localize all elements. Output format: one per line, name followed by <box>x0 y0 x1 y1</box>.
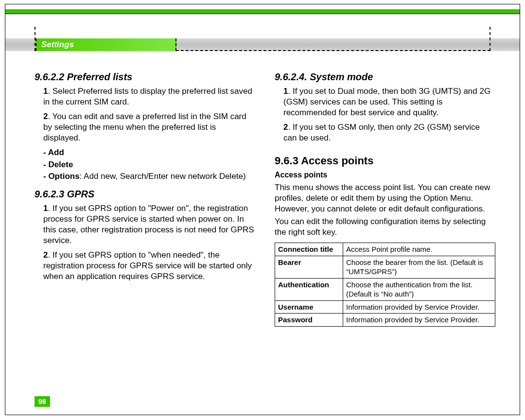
text: . Select Preferred lists to display the … <box>43 87 252 106</box>
preferred-lists-bullets: - Add - Delete - Options: Add new, Searc… <box>43 147 255 181</box>
header-tab-settings: Settings <box>35 38 176 51</box>
bullet-options: - Options: Add new, Search/Enter new net… <box>43 171 255 182</box>
table-row: Password Information provided by Service… <box>275 314 495 327</box>
heading-gprs: 9.6.2.3 GPRS <box>35 188 255 200</box>
access-points-para-1: This menu shows the access point list. Y… <box>275 182 495 214</box>
cfg-key: Bearer <box>275 256 343 278</box>
system-mode-item-1: 1. If you set to Dual mode, then both 3G… <box>283 86 495 118</box>
text: . If you set GPRS option to "when needed… <box>43 250 252 281</box>
access-points-para-2: You can edit the following configuration… <box>275 216 495 238</box>
preferred-lists-item-2: 2. You can edit and save a preferred lis… <box>43 111 255 143</box>
table-row: Username Information provided by Service… <box>275 300 495 314</box>
bullet-options-text: : Add new, Search/Enter new network Dele… <box>80 172 246 181</box>
table-row: Authentication Choose the authentication… <box>275 278 495 300</box>
manual-page: Settings 9.6.2.2 Preferred lists 1. Sele… <box>5 4 520 415</box>
cfg-key: Username <box>275 300 343 314</box>
text: . You can edit and save a preferred list… <box>43 112 246 142</box>
cfg-val: Choose the authentication from the list.… <box>343 278 495 300</box>
right-column: 9.6.2.4. System mode 1. If you set to Du… <box>275 65 495 327</box>
table-row: Connection title Access Point profile na… <box>275 243 495 256</box>
cfg-val: Access Point profile name. <box>343 243 495 256</box>
top-green-strip <box>5 9 520 14</box>
cfg-val: Information provided by Service Provider… <box>343 314 495 327</box>
page-header: Settings <box>5 4 520 54</box>
bullet-add: - Add <box>43 147 255 158</box>
cfg-val: Choose the bearer from the list. (Defaul… <box>343 256 495 278</box>
text: . If you set to Dual mode, then both 3G … <box>283 87 490 117</box>
gprs-item-2: 2. If you set GPRS option to "when neede… <box>43 250 255 282</box>
gprs-item-1: 1. If you set GPRS option to "Power on",… <box>43 203 255 246</box>
preferred-lists-item-1: 1. Select Preferred lists to display the… <box>43 86 255 107</box>
heading-system-mode: 9.6.2.4. System mode <box>275 70 495 83</box>
content-columns: 9.6.2.2 Preferred lists 1. Select Prefer… <box>5 54 520 327</box>
cfg-key: Authentication <box>275 278 343 300</box>
text: . If you set to GSM only, then only 2G (… <box>283 122 480 142</box>
subheading-access-points: Access points <box>275 170 495 180</box>
text: . If you set GPRS option to "Power on", … <box>43 204 254 245</box>
page-number-badge: 98 <box>35 396 50 407</box>
bullet-delete: - Delete <box>43 159 255 170</box>
heading-access-points: 9.6.3 Access points <box>275 154 495 168</box>
config-table: Connection title Access Point profile na… <box>275 243 495 327</box>
heading-preferred-lists: 9.6.2.2 Preferred lists <box>35 70 255 83</box>
cfg-key: Connection title <box>275 243 343 256</box>
system-mode-item-2: 2. If you set to GSM only, then only 2G … <box>283 122 495 143</box>
cfg-val: Information provided by Service Provider… <box>343 300 495 314</box>
left-column: 9.6.2.2 Preferred lists 1. Select Prefer… <box>35 65 255 327</box>
bullet-options-label: - Options <box>43 172 80 181</box>
cfg-key: Password <box>275 314 343 327</box>
table-row: Bearer Choose the bearer from the list. … <box>275 256 495 278</box>
